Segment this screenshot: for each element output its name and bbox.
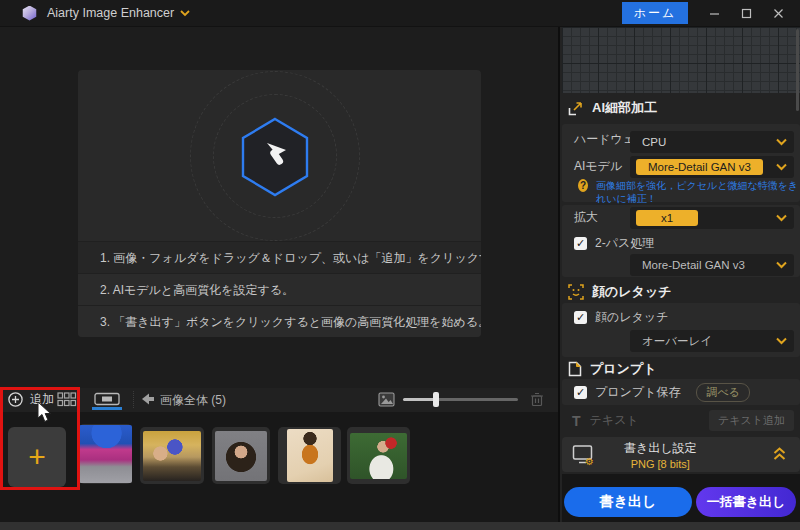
instruction-step-2: 2. AIモデルと高画質化を設定する。	[78, 273, 481, 305]
model-value-badge: More-Detail GAN v3	[636, 159, 763, 175]
hardware-dropdown[interactable]: CPU	[630, 131, 794, 153]
two-pass-row[interactable]: ✓ 2-パス処理	[574, 235, 654, 252]
face-retouch-label: 顔のレタッチ	[595, 309, 668, 326]
export-settings-icon: ⚙	[572, 444, 596, 466]
section-header-face: 顔のレタッチ	[568, 283, 672, 301]
big-plus-icon: +	[28, 442, 46, 472]
section-header-detail: AI細部加工	[568, 99, 657, 117]
filmstrip-view-icon[interactable]	[94, 392, 120, 406]
thumbnail-image-cartoon-boy[interactable]	[287, 429, 333, 482]
active-view-indicator	[92, 407, 122, 410]
export-format-value: PNG [8 bits]	[624, 458, 697, 470]
thumbnail-card[interactable]	[140, 427, 204, 484]
scale-label: 拡大	[574, 209, 598, 226]
thumbnail-card[interactable]	[278, 427, 341, 484]
add-button-label: 追加	[30, 391, 54, 408]
app-title: Aiarty Image Enhancer	[47, 6, 174, 20]
add-image-tile[interactable]: +	[8, 427, 66, 487]
bottom-scrollbar[interactable]	[0, 522, 800, 530]
export-settings-title: 書き出し設定	[624, 440, 697, 457]
prompt-save-row[interactable]: ✓ プロンプト保存 調べる	[574, 383, 750, 402]
slider-handle[interactable]	[433, 392, 439, 407]
face-icon	[568, 284, 584, 300]
grid-view-icon[interactable]	[57, 392, 77, 407]
maximize-button[interactable]	[734, 3, 758, 23]
bottom-toolbar: 追加 画像全体 (5)	[0, 388, 558, 412]
instruction-step-1: 1. 画像・フォルダをドラッグ＆ドロップ、或いは「追加」をクリックする。	[78, 241, 481, 273]
chevron-down-icon	[776, 138, 787, 146]
dropzone[interactable]: 1. 画像・フォルダをドラッグ＆ドロップ、或いは「追加」をクリックする。 2. …	[78, 70, 481, 337]
app-logo-icon	[22, 6, 37, 21]
scale-value-badge: x1	[636, 210, 698, 226]
instruction-list: 1. 画像・フォルダをドラッグ＆ドロップ、或いは「追加」をクリックする。 2. …	[78, 241, 481, 337]
view-all-label[interactable]: 画像全体 (5)	[160, 392, 226, 409]
add-text-button[interactable]: テキスト追加	[709, 410, 794, 431]
thumbnail-strip: +	[0, 412, 558, 522]
thumbnail-image-portrait[interactable]	[215, 431, 267, 481]
thumbnail-image-umbrella-girl[interactable]	[79, 425, 132, 483]
face-mode-dropdown[interactable]: オーバーレイ	[630, 330, 794, 352]
prompt-save-checkbox[interactable]: ✓	[574, 386, 587, 399]
collapse-chevrons-icon[interactable]	[773, 446, 786, 462]
hardware-value: CPU	[636, 136, 666, 148]
add-button[interactable]: 追加	[8, 391, 54, 408]
thumbnail-card[interactable]	[79, 424, 132, 484]
export-settings-texts: 書き出し設定 PNG [8 bits]	[624, 440, 697, 470]
main-area: 1. 画像・フォルダをドラッグ＆ドロップ、或いは「追加」をクリックする。 2. …	[0, 27, 558, 388]
preview-grid	[562, 27, 800, 93]
plus-circle-icon	[8, 392, 23, 407]
thumbnail-image-kitchen[interactable]	[143, 431, 201, 481]
model-row: AIモデル	[574, 158, 622, 175]
chevron-down-icon	[776, 337, 787, 345]
home-button[interactable]: ホーム	[622, 2, 688, 24]
thumbnail-image-flower-girl[interactable]	[350, 433, 407, 479]
close-button[interactable]	[766, 3, 790, 23]
question-icon: ?	[578, 179, 588, 192]
text-label: テキスト	[590, 412, 639, 429]
export-settings-box[interactable]: ⚙ 書き出し設定 PNG [8 bits]	[562, 437, 800, 472]
face-retouch-checkbox[interactable]: ✓	[574, 311, 587, 324]
thumbnail-size-slider[interactable]	[403, 398, 518, 401]
section-header-prompt: プロンプト	[568, 360, 657, 378]
face-mode-value: オーバーレイ	[636, 334, 712, 349]
detail-icon	[568, 100, 584, 116]
hint-line-1: 画像細部を強化，ピクセルと微細な特徴をきれいに補正！	[596, 180, 798, 204]
section-title: AI細部加工	[592, 99, 657, 117]
slider-track	[436, 398, 518, 401]
gear-icon: ⚙	[585, 456, 594, 466]
scale-row: 拡大	[574, 209, 598, 226]
export-button[interactable]: 書き出し	[564, 487, 692, 517]
toolbar-divider	[133, 391, 134, 408]
two-pass-value: More-Detail GAN v3	[636, 259, 745, 271]
sidebar-scrollbar[interactable]	[796, 29, 799, 111]
scale-dropdown[interactable]: x1	[630, 207, 794, 229]
text-tool-icon: T	[572, 413, 581, 429]
face-retouch-row[interactable]: ✓ 顔のレタッチ	[574, 309, 668, 326]
instruction-step-3: 3. 「書き出す」ボタンをクリックすると画像の高画質化処理を始める。	[78, 305, 481, 337]
prompt-icon	[568, 361, 582, 377]
two-pass-dropdown[interactable]: More-Detail GAN v3	[630, 254, 794, 276]
thumbnail-card[interactable]	[212, 427, 270, 484]
inspect-button[interactable]: 調べる	[696, 383, 750, 402]
minimize-button[interactable]	[702, 3, 726, 23]
thumbnail-card[interactable]	[347, 427, 410, 484]
two-pass-checkbox[interactable]: ✓	[574, 237, 587, 250]
text-row: T テキスト テキスト追加	[572, 410, 794, 431]
back-arrow-icon[interactable]	[142, 393, 155, 405]
titlebar: Aiarty Image Enhancer ホーム	[0, 0, 800, 27]
model-label: AIモデル	[574, 158, 622, 175]
section-title: 顔のレタッチ	[592, 283, 672, 301]
settings-sidebar: AI細部加工 ハードウェア CPU AIモデル More-Detail GAN …	[558, 27, 800, 530]
chevron-down-icon[interactable]	[180, 10, 190, 17]
chevron-down-icon	[776, 261, 787, 269]
drop-hexagon-icon	[241, 117, 309, 197]
slider-track-filled	[403, 398, 436, 401]
app-window: Aiarty Image Enhancer ホーム 1. 画像・フォルダをドラッ…	[0, 0, 800, 530]
prompt-save-label: プロンプト保存	[595, 384, 680, 401]
chevron-down-icon	[776, 214, 787, 222]
trash-icon[interactable]	[530, 392, 544, 407]
model-dropdown[interactable]: More-Detail GAN v3	[630, 156, 794, 178]
batch-export-button[interactable]: 一括書き出し	[696, 487, 796, 517]
chevron-down-icon	[776, 163, 787, 171]
section-title: プロンプト	[590, 360, 657, 378]
